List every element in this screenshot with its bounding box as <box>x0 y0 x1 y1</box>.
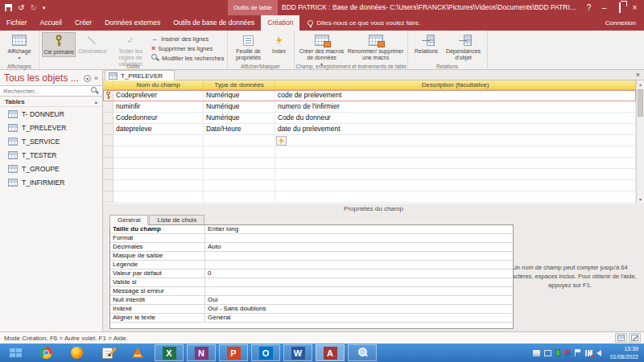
empty-field-row[interactable] <box>103 169 636 180</box>
object-dependencies-button[interactable]: Dépendances d'objet <box>443 32 485 62</box>
field-type-cell[interactable] <box>204 135 275 146</box>
antivirus-tray-icon[interactable] <box>564 350 571 356</box>
nav-item-t-prelever[interactable]: T_PRELEVER <box>0 121 102 134</box>
property-sheet-button[interactable]: Feuille de propriétés <box>230 32 267 62</box>
account-sign-in[interactable]: Connexion <box>605 15 636 31</box>
field-type-cell[interactable] <box>204 158 275 169</box>
field-name-cell[interactable] <box>114 191 204 203</box>
prop-value[interactable]: Oui <box>205 296 513 304</box>
vertical-scrollbar[interactable]: ▴ ▾ <box>636 80 644 204</box>
empty-field-row[interactable] <box>103 158 636 169</box>
nav-item-t-groupe[interactable]: T_GROUPE <box>0 162 102 175</box>
tab-fichier[interactable]: Fichier <box>0 15 34 31</box>
scroll-down-icon[interactable]: ▾ <box>637 195 644 204</box>
field-desc-cell[interactable]: Code du donneur <box>275 113 636 124</box>
taskbar-firefox[interactable] <box>61 343 92 362</box>
tab-donnees-externes[interactable]: Données externes <box>98 15 167 31</box>
prop-value[interactable]: Auto <box>205 243 513 251</box>
taskbar-outlook[interactable]: O <box>251 344 280 361</box>
field-name-cell[interactable]: datepreleve <box>114 124 204 135</box>
taskbar-notepad[interactable] <box>92 343 122 362</box>
field-desc-cell[interactable] <box>275 135 636 146</box>
minimize-button[interactable]: – <box>597 0 612 15</box>
field-name-cell[interactable] <box>114 180 204 191</box>
field-name-cell[interactable]: Codeprelever <box>114 90 204 101</box>
taskbar-excel[interactable]: X <box>155 344 184 361</box>
primary-key-button[interactable]: Clé primaire <box>42 32 76 57</box>
save-icon[interactable] <box>5 4 12 11</box>
prop-row-aligner[interactable]: Aligner le texte Général <box>110 314 513 323</box>
nav-item-t-infirmier[interactable]: T_INFIRMIER <box>0 175 102 189</box>
prop-row-decimales[interactable]: Décimales Auto <box>110 243 513 252</box>
prop-row-valide-si[interactable]: Valide si <box>110 278 513 287</box>
tab-outils-bdd[interactable]: Outils de base de données <box>167 15 261 31</box>
prop-value[interactable] <box>205 234 513 242</box>
prop-value[interactable] <box>205 252 513 260</box>
undo-icon[interactable]: ↺ <box>18 0 24 15</box>
row-selector[interactable] <box>103 158 114 169</box>
field-desc-cell[interactable] <box>275 158 636 169</box>
generateur-button[interactable]: Générateur <box>76 32 109 56</box>
prop-row-null-interdit[interactable]: Null interdit Oui <box>110 296 513 305</box>
speaker-tray-icon[interactable] <box>597 350 601 356</box>
search-icon[interactable] <box>91 87 99 95</box>
field-name-cell[interactable]: numinfir <box>114 101 204 113</box>
prop-value[interactable] <box>205 278 513 286</box>
datasheet-view-button[interactable] <box>615 333 627 343</box>
row-selector[interactable] <box>103 180 114 191</box>
display-tray-icon[interactable] <box>544 350 551 356</box>
prop-value[interactable]: 0 <box>205 269 513 278</box>
rename-delete-macro-button[interactable]: Renommer/ supprimer une macro <box>347 32 405 62</box>
row-selector[interactable] <box>103 169 114 180</box>
printer-tray-icon[interactable] <box>533 350 540 356</box>
collapse-group-icon[interactable]: ▴ <box>94 99 97 105</box>
prop-row-message-erreur[interactable]: Message si erreur <box>110 287 513 296</box>
field-row-datepreleve[interactable]: datepreleve Date/Heure date du preleveme… <box>103 124 636 135</box>
design-view-button[interactable] <box>629 333 641 343</box>
taskbar-powerpoint[interactable]: P <box>219 344 248 361</box>
nav-menu-icon[interactable]: ▾ <box>84 75 91 82</box>
relations-button[interactable]: Relations <box>411 32 443 56</box>
taskbar-chrome[interactable] <box>31 343 61 362</box>
row-selector[interactable] <box>103 113 114 124</box>
field-desc-cell[interactable] <box>275 191 636 203</box>
field-name-cell[interactable]: Codedonneur <box>114 113 204 124</box>
prop-row-indexe[interactable]: Indexé Oui - Sans doublons <box>110 305 513 314</box>
modify-lookups-button[interactable]: Modifier les recherches <box>151 54 225 62</box>
row-selector[interactable] <box>103 90 114 101</box>
prop-row-legende[interactable]: Légende <box>110 261 513 269</box>
nav-pane-header[interactable]: Tous les objets ... ▾ « <box>0 70 102 85</box>
row-selector[interactable] <box>103 124 114 135</box>
empty-field-row[interactable] <box>103 135 636 146</box>
field-row-numinfir[interactable]: numinfir Numérique numero de l'infirmier <box>103 101 636 113</box>
taskbar-clock[interactable]: 13:39 01/08/2022 <box>610 345 638 360</box>
taskbar-onenote[interactable]: N <box>187 344 216 361</box>
document-tab-t-prelever[interactable]: T_PRELEVER <box>105 70 175 80</box>
affichage-button[interactable]: Affichage ▾ <box>2 32 36 62</box>
tab-creation[interactable]: Création <box>261 15 299 31</box>
delete-rows-button[interactable]: × Supprimer les lignes <box>151 44 225 52</box>
nav-item-t-donneur[interactable]: T- DONNEUR <box>0 107 102 121</box>
action-center-flag-icon[interactable] <box>575 349 581 356</box>
field-desc-cell[interactable]: date du prelevement <box>275 124 636 135</box>
field-type-cell[interactable] <box>204 191 275 203</box>
scroll-up-icon[interactable]: ▴ <box>637 80 644 88</box>
field-row-codedonneur[interactable]: Codedonneur Numérique Code du donneur <box>103 113 636 124</box>
taskbar-search[interactable] <box>348 344 377 361</box>
start-button[interactable] <box>0 343 31 362</box>
insert-rows-button[interactable]: ← Insérer des lignes <box>151 35 225 43</box>
prop-value[interactable] <box>205 287 513 295</box>
taskbar-word[interactable]: W <box>283 344 312 361</box>
field-desc-cell[interactable] <box>275 146 636 158</box>
field-type-cell[interactable] <box>204 180 275 191</box>
row-selector[interactable] <box>103 191 114 203</box>
tab-accueil[interactable]: Accueil <box>34 15 68 31</box>
index-button[interactable]: Index <box>267 32 291 56</box>
tell-me-box[interactable]: Dites-nous ce que vous voulez faire. <box>308 15 420 31</box>
field-type-cell[interactable] <box>204 146 275 158</box>
battery-tray-icon[interactable] <box>555 349 560 356</box>
field-name-cell[interactable] <box>114 135 204 146</box>
field-type-cell[interactable]: Date/Heure <box>204 124 275 135</box>
redo-icon[interactable]: ↻ <box>30 0 36 15</box>
close-button[interactable]: × <box>627 0 642 15</box>
